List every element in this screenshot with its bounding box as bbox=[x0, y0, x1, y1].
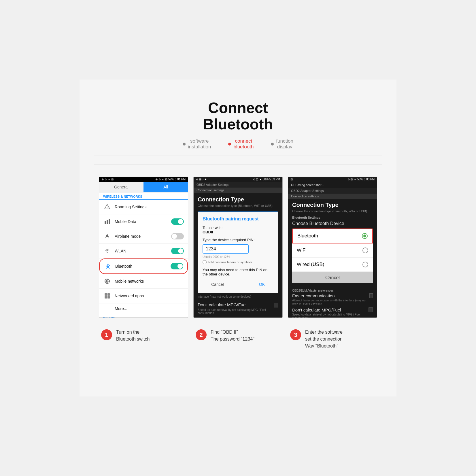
svg-rect-8 bbox=[105, 296, 107, 299]
phone3-status: ⊡ ⊙ ⊡ ▼ 58% 5:03 PM bbox=[288, 177, 377, 182]
step3-number: 3 bbox=[290, 329, 301, 340]
steps-nav: software installation connect bluetooth … bbox=[94, 138, 382, 150]
pin-row: 1234 bbox=[203, 244, 273, 254]
phone2-status: ⊕ ⊞ ♪ ✦ ⊙ ⊡ ▼ 58% 5:03 PM bbox=[194, 177, 282, 182]
pin-checkbox[interactable] bbox=[203, 260, 207, 264]
faster-comm: Faster communication bbox=[292, 293, 369, 298]
bt-section-title: Bluetooth Settings bbox=[292, 216, 373, 219]
step2-number: 2 bbox=[196, 329, 207, 340]
step2-label: 2 Find "OBD II" The password "1234" bbox=[193, 324, 283, 355]
list-item: WLAN I bbox=[99, 244, 188, 258]
step-dot-connect bbox=[228, 143, 231, 146]
wifi-option[interactable]: WiFi bbox=[292, 243, 373, 258]
step1-number: 1 bbox=[101, 329, 112, 340]
conn-type-title3: Connection Type bbox=[292, 202, 373, 208]
svg-rect-9 bbox=[107, 296, 110, 299]
bluetooth-icon bbox=[104, 262, 112, 270]
dont-sub: Speed up data retrieval by not calculati… bbox=[292, 313, 369, 318]
phone2-body: Connection Type Choose the connection ty… bbox=[194, 193, 282, 299]
header-separator bbox=[94, 165, 382, 165]
bottom-label: OBD2/ELM Adapter preferences bbox=[292, 289, 373, 292]
wired-radio[interactable] bbox=[362, 262, 368, 267]
step-connect: connect bluetooth bbox=[228, 138, 254, 150]
step-software: software installation bbox=[183, 138, 211, 150]
bottom-checkbox[interactable] bbox=[274, 303, 278, 307]
phone1-container: ⊕ ⊙ ▼ ⊡ ⊕ ⊙ ▼ ⊡ 59% 5:01 PM General All … bbox=[99, 177, 188, 318]
dialog-buttons: Cancel OK bbox=[203, 280, 273, 288]
bottom-sub: Speed up data retrieval by not calculati… bbox=[198, 308, 274, 315]
ok-button[interactable]: OK bbox=[250, 280, 273, 288]
phone3-container: ⊡ ⊙ ⊡ ▼ 58% 5:03 PM ⊡ Saving screenshot.… bbox=[288, 177, 377, 318]
header: Connect Bluetooth software installation … bbox=[94, 91, 382, 156]
pin-extra-note: You may also need to enter this PIN on t… bbox=[203, 268, 273, 276]
tab-all[interactable]: All bbox=[143, 182, 188, 192]
phone1-status: ⊕ ⊙ ▼ ⊡ ⊕ ⊙ ▼ ⊡ 59% 5:01 PM bbox=[99, 177, 188, 182]
bluetooth-option[interactable]: Bluetooth bbox=[292, 228, 373, 243]
pin-input[interactable]: 1234 bbox=[203, 244, 249, 254]
conn-type-title: Connection Type bbox=[198, 196, 278, 203]
dont-calc-checkbox[interactable] bbox=[369, 307, 373, 312]
step-label-function: function display bbox=[276, 138, 293, 150]
phone3-screen: ⊡ ⊙ ⊡ ▼ 58% 5:03 PM ⊡ Saving screenshot.… bbox=[288, 177, 377, 318]
phone3-conn-settings: Connection settings bbox=[288, 194, 377, 199]
more-item[interactable]: More... bbox=[99, 303, 188, 314]
step3-label: 3 Enter the software set the connection … bbox=[288, 324, 377, 355]
airplane-icon bbox=[103, 232, 111, 240]
svg-rect-6 bbox=[105, 293, 107, 296]
svg-text:!: ! bbox=[107, 206, 107, 209]
bluetooth-radio[interactable] bbox=[362, 233, 368, 239]
cancel-btn3[interactable]: Cancel bbox=[292, 272, 373, 283]
screenshots-row: ⊕ ⊙ ▼ ⊡ ⊕ ⊙ ▼ ⊡ 59% 5:01 PM General All … bbox=[94, 177, 382, 318]
checkbox-row: PIN contains letters or symbols bbox=[203, 260, 273, 264]
bluetooth-dialog: Bluetooth pairing request To pair with: … bbox=[198, 211, 278, 293]
wired-option[interactable]: Wired (USB) bbox=[292, 258, 373, 272]
phone2-header: OBD2 Adapter Settings bbox=[194, 182, 282, 188]
phone2-screen: ⊕ ⊞ ♪ ✦ ⊙ ⊡ ▼ 58% 5:03 PM OBD2 Adapter S… bbox=[193, 177, 283, 318]
faster-sub: Attempt faster communications with the i… bbox=[292, 299, 369, 305]
step-function: function display bbox=[271, 138, 293, 150]
faster-checkbox[interactable] bbox=[369, 293, 373, 298]
wifi-radio[interactable] bbox=[362, 248, 368, 253]
step-labels: 1 Turn on the Bluetooth switch 2 Find "O… bbox=[94, 324, 382, 355]
list-item: ! Roaming Settings bbox=[99, 200, 188, 214]
dialog-title: Bluetooth pairing request bbox=[203, 216, 273, 222]
step3-desc: Enter the software set the connection Wa… bbox=[305, 329, 343, 350]
list-item: Bluetooth I bbox=[99, 258, 188, 274]
bottom-item: Don't calculate MPG/Fuel bbox=[198, 302, 274, 307]
step-dot-software bbox=[183, 143, 186, 146]
choose-device: Choose Bluetooth Device bbox=[292, 221, 373, 226]
step2-desc: Find "OBD II" The password "1234" bbox=[211, 329, 254, 343]
roaming-icon: ! bbox=[103, 203, 111, 211]
tab-general[interactable]: General bbox=[99, 182, 143, 192]
saving-indicator: ⊡ Saving screenshot... bbox=[288, 182, 377, 188]
wlan-icon bbox=[103, 247, 111, 255]
dont-calc: Don't calculate MPG/Fuel bbox=[292, 307, 369, 312]
svg-rect-7 bbox=[107, 293, 110, 296]
list-item: Mobile Data I bbox=[99, 214, 188, 229]
list-item: Mobile networks bbox=[99, 274, 188, 289]
step-label-connect: connect bluetooth bbox=[233, 138, 254, 150]
conn-type-sub3: Choose the connection type (Bluetooth, W… bbox=[292, 209, 373, 213]
mobile-data-icon bbox=[103, 218, 111, 226]
cancel-button[interactable]: Cancel bbox=[203, 280, 233, 288]
step-dot-function bbox=[271, 143, 274, 146]
step1-label: 1 Turn on the Bluetooth switch bbox=[99, 324, 188, 355]
wireless-section-title: WIRELESS & NETWORKS bbox=[99, 192, 188, 200]
airplane-toggle[interactable] bbox=[171, 233, 184, 239]
svg-rect-3 bbox=[107, 220, 108, 224]
mobile-data-toggle[interactable]: I bbox=[171, 218, 184, 225]
pin-note: Usually 0000 or 1234 bbox=[203, 255, 273, 258]
dialog-body: To pair with: OBDII bbox=[203, 226, 273, 234]
mobile-networks-icon bbox=[103, 277, 111, 285]
phone2-bottom: Don't calculate MPG/Fuel Speed up data r… bbox=[194, 299, 282, 318]
phone2-conn-settings: Connection settings bbox=[194, 188, 282, 193]
bluetooth-toggle[interactable]: I bbox=[171, 263, 183, 269]
step-label-software: software installation bbox=[188, 138, 211, 150]
wlan-toggle[interactable]: I bbox=[171, 248, 184, 254]
networked-apps-icon bbox=[103, 292, 111, 300]
phone2-container: ⊕ ⊞ ♪ ✦ ⊙ ⊡ ▼ 58% 5:03 PM OBD2 Adapter S… bbox=[193, 177, 283, 318]
svg-rect-4 bbox=[109, 219, 110, 224]
conn-type-sub: Choose the connection type (Bluetooth, W… bbox=[198, 204, 278, 207]
step1-desc: Turn on the Bluetooth switch bbox=[116, 329, 150, 343]
phone1-tabs: General All bbox=[99, 182, 188, 192]
